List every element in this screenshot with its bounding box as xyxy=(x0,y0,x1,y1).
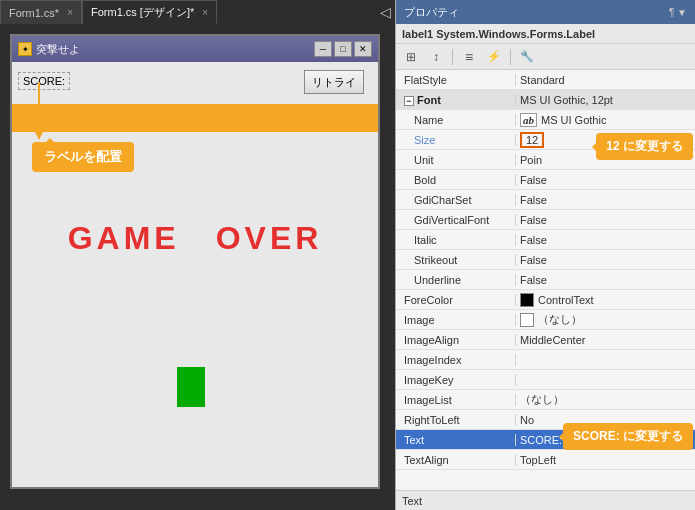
prop-textalign-row[interactable]: TextAlign TopLeft xyxy=(396,450,695,470)
prop-text-name: Text xyxy=(396,434,516,446)
prop-name-label: Name xyxy=(396,114,516,126)
restore-btn[interactable]: □ xyxy=(334,41,352,57)
prop-textalign-name: TextAlign xyxy=(396,454,516,466)
prop-imagealign-row[interactable]: ImageAlign MiddleCenter xyxy=(396,330,695,350)
prop-italic-row[interactable]: Italic False xyxy=(396,230,695,250)
prop-italic-name: Italic xyxy=(396,234,516,246)
prop-forecolor-value: ControlText xyxy=(516,293,695,307)
prop-name-row[interactable]: Name ab MS UI Gothic xyxy=(396,110,695,130)
prop-bold-row[interactable]: Bold False xyxy=(396,170,695,190)
size-callout: 12 に変更する xyxy=(596,133,693,160)
prop-gdicharset-value: False xyxy=(516,194,695,206)
prop-name-value: ab MS UI Gothic xyxy=(516,113,695,127)
form-title: 突撃せよ xyxy=(36,42,310,57)
prop-size-name: Size xyxy=(396,134,516,146)
prop-forecolor-name: ForeColor xyxy=(396,294,516,306)
forecolor-swatch xyxy=(520,293,534,307)
prop-bold-value: False xyxy=(516,174,695,186)
prop-imagealign-name: ImageAlign xyxy=(396,334,516,346)
prop-image-name: Image xyxy=(396,314,516,326)
wrench-btn[interactable]: 🔧 xyxy=(516,47,538,67)
properties-title: プロパティ xyxy=(404,5,459,20)
prop-imagekey-name: ImageKey xyxy=(396,374,516,386)
prop-image-value: （なし） xyxy=(516,312,695,327)
prop-flatstyle-value: Standard xyxy=(516,74,695,86)
prop-strikeout-row[interactable]: Strikeout False xyxy=(396,250,695,270)
prop-textalign-value: TopLeft xyxy=(516,454,695,466)
text-callout: SCORE: に変更する xyxy=(563,423,693,450)
form-body: SCORE: リトライ ラベルを配置 GAME OVER xyxy=(12,62,378,487)
prop-font-section[interactable]: −Font MS UI Gothic, 12pt xyxy=(396,90,695,110)
form-buttons: ─ □ ✕ xyxy=(314,41,372,57)
component-info: label1 System.Windows.Forms.Label xyxy=(396,24,695,44)
prop-gdicharset-row[interactable]: GdiCharSet False xyxy=(396,190,695,210)
toolbar-divider-2 xyxy=(510,49,511,65)
events-btn[interactable]: ⚡ xyxy=(483,47,505,67)
props-btn[interactable]: ≡ xyxy=(458,47,480,67)
prop-italic-value: False xyxy=(516,234,695,246)
designer-area: ✦ 突撃せよ ─ □ ✕ SCORE: リトライ xyxy=(0,24,395,510)
tab-label-1: Form1.cs* xyxy=(9,7,59,19)
prop-font-value: MS UI Gothic, 12pt xyxy=(516,94,695,106)
prop-flatstyle[interactable]: FlatStyle Standard xyxy=(396,70,695,90)
tab-close-1[interactable]: × xyxy=(67,7,73,18)
properties-pin[interactable]: ¶ ▼ xyxy=(669,7,687,18)
left-panel: Form1.cs* × Form1.cs [デザイン]* × ◁ ✦ 突撃せよ … xyxy=(0,0,395,510)
close-btn[interactable]: ✕ xyxy=(354,41,372,57)
score-label[interactable]: SCORE: xyxy=(18,72,70,90)
image-swatch xyxy=(520,313,534,327)
minimize-btn[interactable]: ─ xyxy=(314,41,332,57)
sort-btn[interactable]: ↕ xyxy=(425,47,447,67)
tab-label-2: Form1.cs [デザイン]* xyxy=(91,5,194,20)
prop-underline-value: False xyxy=(516,274,695,286)
prop-gdivfont-value: False xyxy=(516,214,695,226)
prop-bold-name: Bold xyxy=(396,174,516,186)
prop-forecolor-row[interactable]: ForeColor ControlText xyxy=(396,290,695,310)
form-icon: ✦ xyxy=(18,42,32,56)
prop-imageindex-name: ImageIndex xyxy=(396,354,516,366)
prop-font-name: −Font xyxy=(396,94,516,106)
retry-button[interactable]: リトライ xyxy=(304,70,364,94)
prop-underline-row[interactable]: Underline False xyxy=(396,270,695,290)
pin-icon[interactable]: ◁ xyxy=(380,4,391,20)
tab-form-code[interactable]: Form1.cs* × xyxy=(0,0,82,24)
properties-panel: プロパティ ¶ ▼ label1 System.Windows.Forms.La… xyxy=(395,0,695,510)
green-block xyxy=(177,367,205,407)
prop-gdivfont-name: GdiVerticalFont xyxy=(396,214,516,226)
game-over-text: GAME OVER xyxy=(12,217,378,261)
prop-imagelist-value: （なし） xyxy=(516,392,695,407)
tab-actions: ◁ xyxy=(380,4,395,20)
properties-footer: Text xyxy=(396,490,695,510)
prop-strikeout-value: False xyxy=(516,254,695,266)
toolbar-divider-1 xyxy=(452,49,453,65)
form-window: ✦ 突撃せよ ─ □ ✕ SCORE: リトライ xyxy=(10,34,380,489)
prop-image-row[interactable]: Image （なし） xyxy=(396,310,695,330)
prop-strikeout-name: Strikeout xyxy=(396,254,516,266)
tab-close-2[interactable]: × xyxy=(202,7,208,18)
prop-imageindex-row[interactable]: ImageIndex xyxy=(396,350,695,370)
prop-gdivfont-row[interactable]: GdiVerticalFont False xyxy=(396,210,695,230)
grid-btn[interactable]: ⊞ xyxy=(400,47,422,67)
tab-form-designer[interactable]: Form1.cs [デザイン]* × xyxy=(82,0,217,24)
prop-righttoleft-name: RightToLeft xyxy=(396,414,516,426)
label-callout: ラベルを配置 xyxy=(32,142,134,172)
size-highlight: 12 xyxy=(520,132,544,148)
properties-titlebar: プロパティ ¶ ▼ xyxy=(396,0,695,24)
tab-bar: Form1.cs* × Form1.cs [デザイン]* × ◁ xyxy=(0,0,395,24)
prop-imagelist-name: ImageList xyxy=(396,394,516,406)
prop-imagelist-row[interactable]: ImageList （なし） xyxy=(396,390,695,410)
prop-imagekey-row[interactable]: ImageKey xyxy=(396,370,695,390)
prop-underline-name: Underline xyxy=(396,274,516,286)
prop-gdicharset-name: GdiCharSet xyxy=(396,194,516,206)
prop-imagealign-value: MiddleCenter xyxy=(516,334,695,346)
ab-icon: ab xyxy=(520,113,537,127)
orange-bar xyxy=(12,104,378,132)
properties-toolbar: ⊞ ↕ ≡ ⚡ 🔧 xyxy=(396,44,695,70)
prop-unit-name: Unit xyxy=(396,154,516,166)
properties-table: 12 に変更する SCORE: に変更する FlatStyle Standard… xyxy=(396,70,695,490)
form-titlebar: ✦ 突撃せよ ─ □ ✕ xyxy=(12,36,378,62)
prop-font-expand[interactable]: − xyxy=(404,96,414,106)
prop-flatstyle-name: FlatStyle xyxy=(396,74,516,86)
